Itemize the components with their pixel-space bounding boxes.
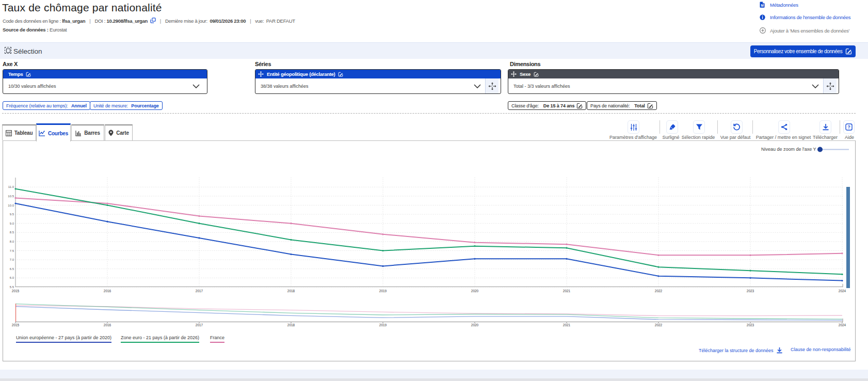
svg-text:7.0: 7.0 [10,258,14,261]
svg-text:2015: 2015 [12,289,20,293]
svg-text:2023: 2023 [747,289,754,293]
svg-text:2017: 2017 [196,323,203,327]
svg-text:8.5: 8.5 [10,231,14,234]
svg-text:5.5: 5.5 [10,285,14,289]
svg-text:2018: 2018 [287,289,295,293]
svg-text:9.5: 9.5 [10,213,14,216]
svg-text:9.0: 9.0 [10,222,14,225]
svg-text:2019: 2019 [379,289,387,293]
svg-text:2022: 2022 [655,289,663,293]
svg-text:7.5: 7.5 [10,249,14,252]
svg-text:10.5: 10.5 [8,195,14,198]
svg-text:2015: 2015 [12,323,20,327]
svg-text:2024: 2024 [839,289,846,293]
svg-text:2020: 2020 [471,289,479,293]
svg-text:2020: 2020 [471,323,479,327]
svg-text:8.0: 8.0 [10,240,14,243]
svg-text:6.5: 6.5 [10,267,14,271]
svg-text:2023: 2023 [747,323,754,327]
svg-text:2018: 2018 [287,323,295,327]
svg-text:2024: 2024 [839,323,846,327]
svg-text:2021: 2021 [563,323,571,327]
svg-text:2016: 2016 [104,289,111,293]
svg-text:2016: 2016 [104,323,111,327]
svg-text:2021: 2021 [563,289,571,293]
svg-text:2022: 2022 [655,323,663,327]
svg-text:11.0: 11.0 [8,185,14,188]
svg-text:2017: 2017 [196,289,203,293]
svg-text:2019: 2019 [379,323,387,327]
svg-text:10.0: 10.0 [8,204,14,207]
svg-text:6.0: 6.0 [10,276,14,279]
